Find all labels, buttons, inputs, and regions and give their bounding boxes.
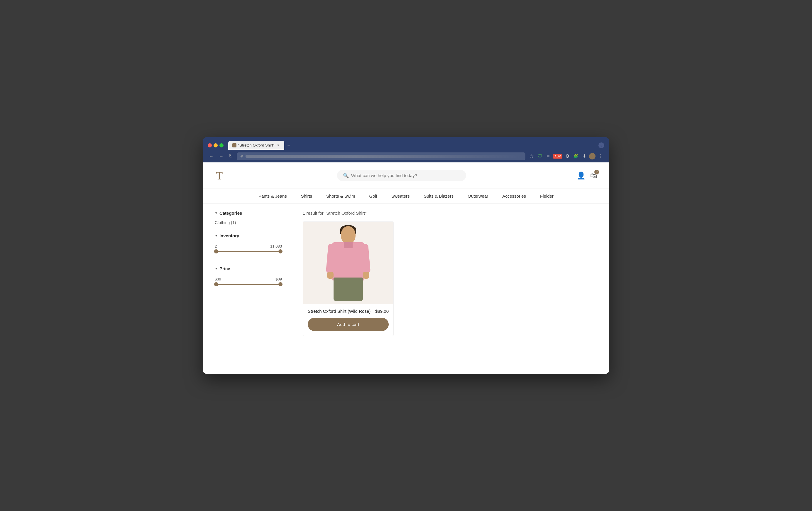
price-max-value: $89 — [276, 277, 282, 281]
product-name-price: Stretch Oxford Shirt (Wild Rose) $89.00 — [308, 308, 389, 314]
browser-content: T 🔍 👤 🛍 0 Pan — [203, 162, 609, 374]
close-button[interactable] — [208, 143, 212, 147]
cart-badge: 0 — [594, 170, 599, 174]
inventory-title[interactable]: ▼ Inventory — [215, 233, 282, 238]
inventory-filter: ▼ Inventory 2 11,083 — [215, 233, 282, 259]
store-header: T 🔍 👤 🛍 0 — [203, 162, 609, 189]
clothing-filter-item[interactable]: Clothing (1) — [215, 219, 282, 226]
svg-text:T: T — [216, 169, 223, 182]
pants — [334, 277, 363, 301]
search-icon: 🔍 — [343, 173, 349, 178]
fullscreen-button[interactable] — [220, 143, 224, 147]
abp-icon: ABP — [553, 154, 562, 159]
minimize-button[interactable] — [213, 143, 218, 147]
price-title[interactable]: ▼ Price — [215, 266, 282, 271]
categories-filter: ▼ Categories Clothing (1) — [215, 211, 282, 226]
product-info: Stretch Oxford Shirt (Wild Rose) $89.00 … — [303, 304, 394, 336]
nav-item-accessories[interactable]: Accessories — [495, 189, 533, 203]
inventory-max-value: 11,083 — [270, 244, 282, 248]
nav-item-outerwear[interactable]: Outerwear — [461, 189, 495, 203]
settings-icon[interactable]: ⚙ — [564, 152, 571, 160]
nav-item-golf[interactable]: Golf — [362, 189, 384, 203]
address-bar[interactable]: ⊕ — [237, 153, 525, 160]
nav-item-fielder[interactable]: Fielder — [533, 189, 560, 203]
nav-item-pants[interactable]: Pants & Jeans — [252, 189, 294, 203]
price-track — [215, 284, 282, 285]
inventory-fill — [215, 251, 282, 252]
forward-button[interactable]: → — [218, 153, 225, 160]
search-input[interactable] — [351, 173, 460, 178]
download-icon[interactable]: ⬇ — [581, 152, 587, 160]
nav-item-shorts[interactable]: Shorts & Swim — [319, 189, 362, 203]
price-thumb-left[interactable] — [214, 282, 218, 286]
product-price: $89.00 — [375, 308, 389, 314]
inventory-thumb-left[interactable] — [214, 249, 218, 253]
price-chevron-icon: ▼ — [215, 267, 218, 270]
browser-chrome: "Stretch Oxford Shirt" × + ⌄ ← → ↻ ⊕ ☆ 🛡… — [203, 137, 609, 162]
browser-window: "Stretch Oxford Shirt" × + ⌄ ← → ↻ ⊕ ☆ 🛡… — [203, 137, 609, 374]
browser-nav-icons: ☆ 🛡 👁 ABP ⚙ 🧩 ⬇ ⋮ — [528, 152, 604, 160]
nav-item-shirts[interactable]: Shirts — [294, 189, 319, 203]
collar — [344, 242, 353, 248]
search-bar-container: 🔍 — [227, 170, 577, 181]
active-tab[interactable]: "Stretch Oxford Shirt" × — [228, 141, 284, 150]
product-image — [303, 222, 394, 304]
main-content: ▼ Categories Clothing (1) ▼ Inventory 2 … — [203, 204, 609, 374]
price-filter: ▼ Price $39 $89 — [215, 266, 282, 292]
title-bar: "Stretch Oxford Shirt" × + ⌄ — [203, 137, 609, 150]
head — [341, 226, 355, 244]
categories-chevron-icon: ▼ — [215, 211, 218, 215]
hand-left — [327, 272, 334, 279]
sidebar: ▼ Categories Clothing (1) ▼ Inventory 2 … — [203, 204, 294, 374]
new-tab-button[interactable]: + — [285, 141, 293, 150]
shirt — [332, 242, 364, 280]
nav-items: Pants & Jeans Shirts Shorts & Swim Golf … — [252, 189, 560, 203]
tab-favicon — [232, 143, 236, 147]
product-grid: Stretch Oxford Shirt (Wild Rose) $89.00 … — [303, 221, 600, 336]
nav-item-sweaters[interactable]: Sweaters — [384, 189, 417, 203]
main-nav: Pants & Jeans Shirts Shorts & Swim Golf … — [203, 189, 609, 204]
add-to-cart-button[interactable]: Add to cart — [308, 318, 389, 331]
tab-bar: "Stretch Oxford Shirt" × + — [228, 141, 293, 150]
profile-icon[interactable] — [589, 153, 596, 159]
results-header: 1 result for "Stretch Oxford Shirt" — [303, 211, 600, 216]
nav-item-suits[interactable]: Suits & Blazers — [417, 189, 461, 203]
nav-bar: ← → ↻ ⊕ ☆ 🛡 👁 ABP ⚙ 🧩 ⬇ ⋮ — [203, 150, 609, 162]
extension-icon: 👁 — [545, 153, 551, 159]
header-icons: 👤 🛍 0 — [577, 171, 597, 180]
inventory-thumb-right[interactable] — [279, 249, 283, 253]
product-name: Stretch Oxford Shirt (Wild Rose) — [308, 308, 371, 314]
shield-icon: 🛡 — [536, 153, 544, 160]
reload-button[interactable]: ↻ — [228, 152, 234, 160]
url-display — [245, 155, 522, 158]
categories-title[interactable]: ▼ Categories — [215, 211, 282, 216]
price-range-values: $39 $89 — [215, 277, 282, 281]
bookmark-icon[interactable]: ☆ — [528, 152, 535, 160]
traffic-lights — [208, 143, 224, 147]
inventory-range-values: 2 11,083 — [215, 244, 282, 248]
product-area: 1 result for "Stretch Oxford Shirt" — [294, 204, 609, 374]
product-card: Stretch Oxford Shirt (Wild Rose) $89.00 … — [303, 221, 394, 336]
search-input-wrapper[interactable]: 🔍 — [337, 170, 466, 181]
inventory-chevron-icon: ▼ — [215, 234, 218, 237]
inventory-min-value: 2 — [215, 244, 217, 248]
inventory-track — [215, 251, 282, 252]
cart-icon-wrapper[interactable]: 🛍 0 — [590, 171, 597, 180]
account-icon[interactable]: 👤 — [577, 171, 585, 180]
store-logo[interactable]: T — [215, 167, 227, 184]
tab-title: "Stretch Oxford Shirt" — [238, 143, 274, 147]
price-fill — [215, 284, 282, 285]
tab-close-button[interactable]: × — [276, 143, 280, 147]
back-button[interactable]: ← — [208, 153, 215, 160]
menu-icon[interactable]: ⋮ — [597, 152, 604, 160]
extension-puzzle-icon[interactable]: 🧩 — [572, 153, 579, 159]
price-thumb-right[interactable] — [279, 282, 283, 286]
inventory-range: 2 11,083 — [215, 242, 282, 259]
price-range: $39 $89 — [215, 275, 282, 292]
price-min-value: $39 — [215, 277, 221, 281]
product-figure — [325, 226, 372, 300]
hand-right — [363, 272, 369, 279]
